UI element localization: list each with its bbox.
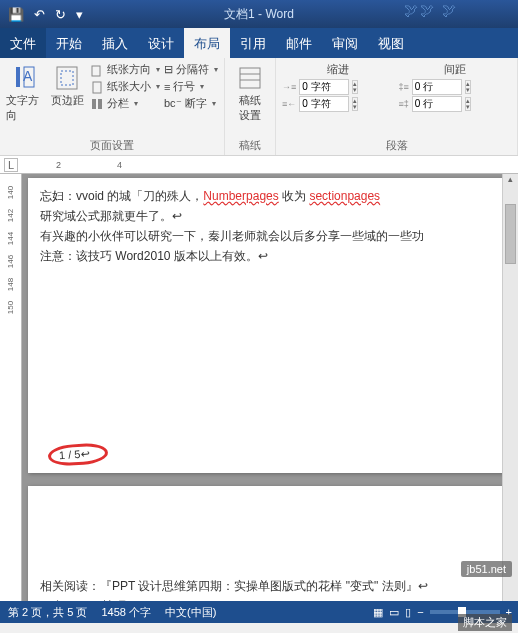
group-label-ina: 稿纸 [231, 136, 269, 153]
body-line[interactable]: 相关阅读：『PPT 设计思维第四期：实操单图版式的花样 "变式" 法则』↩ [40, 576, 496, 596]
indent-right-icon: ≡← [282, 99, 296, 109]
group-paragraph: 缩进 →≡▴▾ ≡←▴▾ 间距 ‡≡▴▾ ≡‡▴▾ 段落 [276, 58, 518, 155]
tab-selector[interactable]: L [4, 158, 18, 172]
svg-rect-3 [57, 67, 77, 89]
ina-style-button[interactable]: 稿纸 设置 [231, 62, 269, 123]
page-1[interactable]: 忘妇：vvoid 的城「刀的殊人，Numberpages 收为 sectionp… [28, 178, 508, 473]
body-line[interactable]: 忘妇：vvoid 的城「刀的殊人，Numberpages 收为 sectionp… [40, 186, 496, 206]
spacing-before[interactable]: ‡≡▴▾ [399, 79, 512, 95]
view-print-icon[interactable]: ▦ [373, 606, 383, 619]
undo-icon[interactable]: ↶ [34, 7, 45, 22]
spacing-after-icon: ≡‡ [399, 99, 409, 109]
text-direction-button[interactable]: A 文字方向 [6, 62, 44, 123]
text-direction-icon: A [12, 65, 38, 91]
svg-rect-7 [92, 99, 96, 109]
svg-rect-9 [240, 68, 260, 88]
margins-button[interactable]: 页边距 [48, 62, 86, 123]
view-read-icon[interactable]: ▭ [389, 606, 399, 619]
title-bar: 💾 ↶ ↻ ▾ 文档1 - Word 🕊🕊 🕊 [0, 0, 518, 28]
hyphenation-button[interactable]: bc⁻断字 [164, 96, 218, 111]
tab-layout[interactable]: 布局 [184, 28, 230, 58]
body-line[interactable]: 注意：该技巧 Word2010 版本以上有效。↩ [40, 246, 496, 266]
columns-icon [90, 97, 104, 111]
spacing-before-icon: ‡≡ [399, 82, 409, 92]
size-icon [90, 80, 104, 94]
tab-references[interactable]: 引用 [230, 28, 276, 58]
orientation-button[interactable]: 纸张方向 [90, 62, 160, 77]
svg-rect-6 [93, 82, 101, 93]
document-area: L 2 4 140 142 144 146 148 150 忘妇：vvoid 的… [0, 156, 518, 601]
spacing-after[interactable]: ≡‡▴▾ [399, 96, 512, 112]
svg-rect-5 [92, 66, 100, 76]
svg-rect-0 [16, 67, 20, 87]
group-page-setup: A 文字方向 页边距 纸张方向 纸张大小 分栏 ⊟分隔符 ≡行号 bc⁻断字 页… [0, 58, 225, 155]
tab-insert[interactable]: 插入 [92, 28, 138, 58]
stepper-icon[interactable]: ▴▾ [352, 97, 358, 111]
stepper-icon[interactable]: ▴▾ [465, 97, 471, 111]
save-icon[interactable]: 💾 [8, 7, 24, 22]
status-words[interactable]: 1458 个字 [101, 605, 151, 620]
group-label-page-setup: 页面设置 [6, 136, 218, 153]
tab-review[interactable]: 审阅 [322, 28, 368, 58]
watermark-jb51: jb51.net [461, 561, 512, 577]
decorative-birds: 🕊🕊 🕊 [404, 2, 458, 18]
body-line[interactable]: 研究域公式那就更牛了。↩ [40, 206, 496, 226]
horizontal-ruler[interactable]: 2 4 [0, 156, 518, 174]
scroll-thumb[interactable] [505, 204, 516, 264]
view-web-icon[interactable]: ▯ [405, 606, 411, 619]
quick-access: 💾 ↶ ↻ ▾ [0, 7, 91, 22]
orientation-icon [90, 63, 104, 77]
vertical-ruler[interactable]: 140 142 144 146 148 150 [0, 174, 22, 601]
status-page[interactable]: 第 2 页，共 5 页 [8, 605, 87, 620]
line-numbers-button[interactable]: ≡行号 [164, 79, 218, 94]
stepper-icon[interactable]: ▴▾ [352, 80, 358, 94]
qa-more-icon[interactable]: ▾ [76, 7, 83, 22]
window-title: 文档1 - Word [224, 6, 294, 23]
vertical-scrollbar[interactable]: ▴ [502, 174, 518, 601]
tab-mailings[interactable]: 邮件 [276, 28, 322, 58]
size-button[interactable]: 纸张大小 [90, 79, 160, 94]
tab-view[interactable]: 视图 [368, 28, 414, 58]
indent-right[interactable]: ≡←▴▾ [282, 96, 395, 112]
page-number-annotation: 1 / 5↩ [47, 442, 109, 467]
body-line[interactable]: 有兴趣的小伙伴可以研究一下，秦川老师就会以后多分享一些域的一些功 [40, 226, 496, 246]
svg-rect-4 [61, 71, 73, 85]
tab-home[interactable]: 开始 [46, 28, 92, 58]
redo-icon[interactable]: ↻ [55, 7, 66, 22]
status-bar: 第 2 页，共 5 页 1458 个字 中文(中国) ▦ ▭ ▯ − + [0, 601, 518, 623]
group-ina-style: 稿纸 设置 稿纸 [225, 58, 276, 155]
spacing-header: 间距 [399, 62, 512, 77]
columns-button[interactable]: 分栏 [90, 96, 160, 111]
svg-rect-8 [98, 99, 102, 109]
ina-style-icon [237, 65, 263, 91]
svg-text:A: A [23, 68, 33, 84]
ribbon-tabs: 文件 开始 插入 设计 布局 引用 邮件 审阅 视图 [0, 28, 518, 58]
scroll-up-icon[interactable]: ▴ [503, 174, 518, 184]
indent-left-icon: →≡ [282, 82, 296, 92]
page-2[interactable]: 相关阅读：『PPT 设计思维第四期：实操单图版式的花样 "变式" 法则』↩ 更多… [28, 486, 508, 601]
zoom-out-icon[interactable]: − [417, 606, 423, 618]
indent-header: 缩进 [282, 62, 395, 77]
group-label-paragraph: 段落 [282, 136, 511, 153]
ribbon: A 文字方向 页边距 纸张方向 纸张大小 分栏 ⊟分隔符 ≡行号 bc⁻断字 页… [0, 58, 518, 156]
tab-file[interactable]: 文件 [0, 28, 46, 58]
indent-left[interactable]: →≡▴▾ [282, 79, 395, 95]
stepper-icon[interactable]: ▴▾ [465, 80, 471, 94]
status-language[interactable]: 中文(中国) [165, 605, 216, 620]
watermark-footer: 脚本之家 [458, 614, 512, 631]
tab-design[interactable]: 设计 [138, 28, 184, 58]
margins-icon [54, 65, 80, 91]
breaks-button[interactable]: ⊟分隔符 [164, 62, 218, 77]
